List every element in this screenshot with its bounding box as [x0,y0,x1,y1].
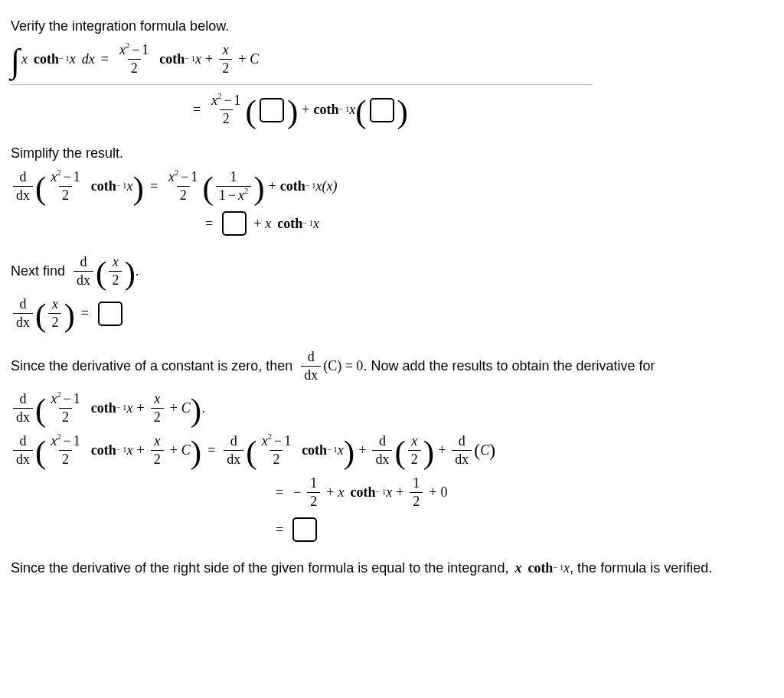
integral-formula: ∫ x coth − 1 x dx = x2−1 2 coth − 1 x + … [11,42,773,77]
answer-input-1[interactable] [260,98,284,122]
simplify-line2: = + x coth − 1 x [199,211,773,236]
answer-input-4[interactable] [98,302,122,326]
fn-coth: coth [34,51,59,67]
ddx-x-over-2: d dx ( x 2 ) = [11,296,773,331]
dx: dx [82,51,95,67]
answer-input-5[interactable] [292,517,317,542]
full-derivative-target: d dx ( x2−1 2 coth − 1 x + x 2 + C ) . [11,391,773,426]
var-x: x [21,51,28,67]
final-answer-row: = [270,517,773,542]
ddx: d dx [13,169,33,204]
exp-neg1: − 1 [59,54,70,63]
step-fillin-row: = x2−1 2 ( ) + coth − 1 x ( ) [187,93,773,127]
divider [11,84,593,85]
fn-coth: coth [159,51,185,67]
answer-input-2[interactable] [370,98,394,122]
answer-input-3[interactable] [222,211,247,236]
intro-text: Verify the integration formula below. [11,18,773,34]
next-find-line: Next find d dx ( x 2 ) . [11,254,773,289]
simplify-heading: Simplify the result. [11,145,773,161]
frac-x-over-2: x 2 [219,42,232,77]
since-paragraph: Since the derivative of a constant is ze… [11,349,773,383]
var-x: x [70,51,76,67]
equals: = [95,51,115,67]
closing-sentence: Since the derivative of the right side o… [11,560,773,576]
derivative-expanded: d dx ( x2−1 2 coth − 1 x + x 2 + C ) = d… [11,433,773,468]
simplify-line1: d dx ( x2−1 2 coth − 1 x ) = x2−1 2 ( 1 … [11,169,773,204]
frac-x2-1-over-2: x2−1 2 [117,42,151,77]
derivative-simplified: = − 1 2 + x coth − 1 x + 1 2 + 0 [270,475,773,510]
